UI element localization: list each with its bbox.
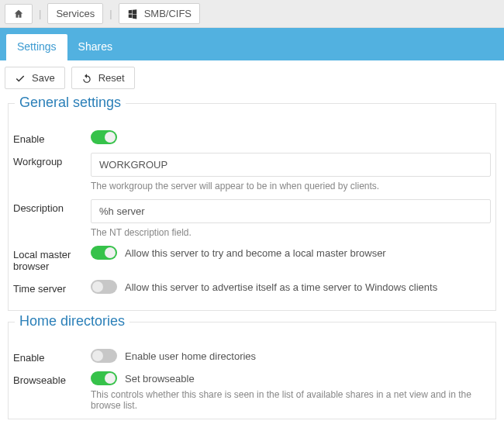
save-button-label: Save bbox=[32, 72, 55, 84]
breadcrumb-separator: | bbox=[108, 8, 113, 19]
tab-settings[interactable]: Settings bbox=[6, 34, 67, 60]
refresh-icon bbox=[81, 73, 92, 84]
group-general-settings: General settings Enable Workgroup The wo… bbox=[8, 103, 496, 311]
input-workgroup[interactable] bbox=[91, 153, 491, 177]
home-button[interactable] bbox=[5, 4, 33, 24]
row-time-server: Time server Allow this server to adverti… bbox=[13, 280, 491, 295]
group-title-homedirs: Home directories bbox=[15, 313, 129, 329]
row-homedirs-enable: Enable Enable user home directories bbox=[13, 349, 491, 364]
group-title-general: General settings bbox=[15, 95, 126, 111]
tab-shares[interactable]: Shares bbox=[67, 34, 123, 60]
check-icon bbox=[15, 73, 26, 84]
breadcrumb-services-label: Services bbox=[56, 8, 95, 19]
breadcrumb-separator: | bbox=[37, 8, 43, 19]
reset-button[interactable]: Reset bbox=[71, 67, 135, 89]
tab-shares-label: Shares bbox=[78, 40, 112, 53]
breadcrumb: | Services | SMB/CIFS bbox=[0, 0, 504, 28]
home-icon bbox=[13, 9, 24, 19]
toggle-browseable[interactable] bbox=[91, 371, 117, 385]
toolbar: Save Reset bbox=[0, 60, 504, 95]
save-button[interactable]: Save bbox=[5, 67, 65, 89]
toggle-local-master[interactable] bbox=[91, 246, 117, 260]
breadcrumb-smb[interactable]: SMB/CIFS bbox=[119, 3, 200, 24]
label-enable: Enable bbox=[13, 130, 91, 145]
breadcrumb-services[interactable]: Services bbox=[47, 3, 103, 24]
hint-description: The NT description field. bbox=[91, 227, 491, 238]
side-local-master: Allow this server to try and become a lo… bbox=[125, 247, 386, 259]
label-time-server: Time server bbox=[13, 280, 91, 295]
reset-button-label: Reset bbox=[98, 72, 125, 84]
toggle-enable[interactable] bbox=[91, 130, 117, 144]
side-time-server: Allow this server to advertise itself as… bbox=[125, 281, 437, 293]
breadcrumb-smb-label: SMB/CIFS bbox=[144, 8, 192, 19]
side-homedirs-enable: Enable user home directories bbox=[125, 350, 256, 362]
row-workgroup: Workgroup The workgroup the server will … bbox=[13, 153, 491, 191]
label-homedirs-enable: Enable bbox=[13, 349, 91, 364]
row-local-master: Local master browser Allow this server t… bbox=[13, 246, 491, 272]
hint-browseable: This controls whether this share is seen… bbox=[91, 389, 491, 411]
input-description[interactable] bbox=[91, 199, 491, 223]
side-browseable: Set browseable bbox=[125, 373, 195, 385]
hint-workgroup: The workgroup the server will appear to … bbox=[91, 181, 491, 191]
toggle-time-server[interactable] bbox=[91, 280, 117, 294]
label-browseable: Browseable bbox=[13, 371, 91, 386]
tab-settings-label: Settings bbox=[17, 40, 57, 53]
row-enable: Enable bbox=[13, 130, 491, 145]
windows-icon bbox=[127, 9, 138, 19]
toggle-homedirs-enable[interactable] bbox=[91, 349, 117, 363]
row-browseable: Browseable Set browseable This controls … bbox=[13, 371, 491, 411]
tab-bar: Settings Shares bbox=[0, 28, 504, 60]
label-description: Description bbox=[13, 199, 91, 214]
group-home-directories: Home directories Enable Enable user home… bbox=[8, 322, 496, 419]
label-local-master: Local master browser bbox=[13, 246, 91, 272]
row-description: Description The NT description field. bbox=[13, 199, 491, 238]
label-workgroup: Workgroup bbox=[13, 153, 91, 167]
